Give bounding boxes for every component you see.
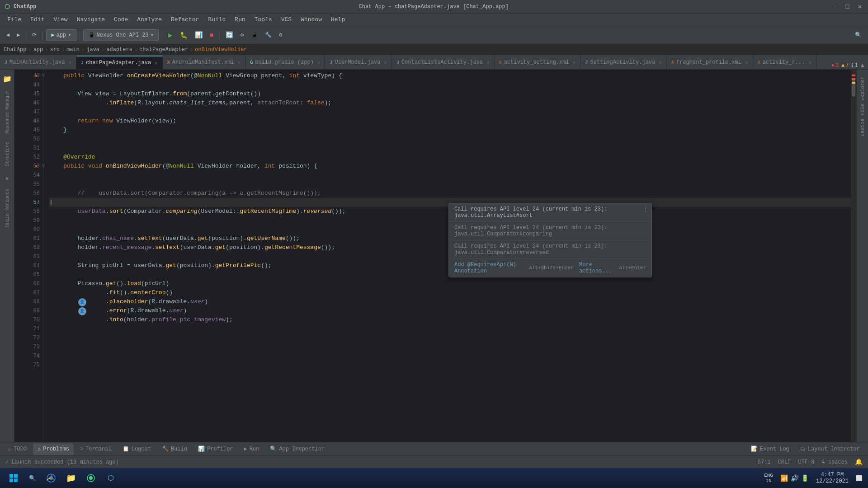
tab-close-activitysetting[interactable]: ✕ <box>573 60 576 66</box>
tab-mainactivity[interactable]: J MainActivity.java ✕ <box>0 56 76 69</box>
encoding[interactable]: UTF-8 <box>798 459 814 465</box>
avd-button[interactable]: 📱 <box>248 29 260 42</box>
sidebar-project-icon[interactable]: 📁 <box>1 73 13 85</box>
toolbar-forward-button[interactable]: ▶ <box>14 29 23 42</box>
tab-close-usermodel[interactable]: ✕ <box>384 60 387 66</box>
breadcrumb-app[interactable]: app <box>33 47 43 53</box>
right-panel-device-file-explorer[interactable]: Device File Explorer <box>859 73 866 140</box>
toolbar-app-selector[interactable]: ▶ app ▾ <box>46 29 76 41</box>
volume-icon[interactable]: 🔊 <box>791 474 798 482</box>
tab-androidmanifest[interactable]: X AndroidManifest.xml ✕ <box>163 56 245 69</box>
tab-close-fragmentprofile[interactable]: ✕ <box>745 60 748 66</box>
minimize-button[interactable]: – <box>831 3 838 10</box>
more-actions-button[interactable]: More actions... <box>579 262 614 274</box>
debug-button[interactable]: 🐛 <box>177 29 190 42</box>
toolbar-recent-files[interactable]: ⟳ <box>29 29 39 42</box>
tab-activityr[interactable]: X activity_r... ✕ <box>753 56 816 69</box>
menu-window[interactable]: Window <box>297 15 326 24</box>
editor-area: 43 44 45 46 47 48 49 50 51 52 53 54 55 5… <box>14 70 856 442</box>
menu-vcs[interactable]: VCS <box>278 15 295 24</box>
line-num-59: 59 <box>25 216 40 225</box>
sidebar-build-variants-icon[interactable]: Build Variants <box>1 186 13 230</box>
breadcrumb-java[interactable]: java <box>86 47 99 53</box>
bottom-tab-profiler[interactable]: 📊 Profiler <box>193 443 238 455</box>
settings-button[interactable]: ⚙ <box>276 29 285 42</box>
bottom-tab-build[interactable]: 🔨 Build <box>157 443 192 455</box>
run-button[interactable]: ▶ <box>165 29 175 42</box>
breadcrumb-onbindviewholder[interactable]: onBindViewHolder <box>195 47 247 53</box>
menu-tools[interactable]: Tools <box>251 15 276 24</box>
tab-buildgradle[interactable]: G build.gradle (app) ✕ <box>245 56 325 69</box>
bottom-tab-app-inspection[interactable]: 🔍 App Inspection <box>265 443 329 455</box>
profile-button[interactable]: 📊 <box>192 29 205 42</box>
sync-button[interactable]: 🔄 <box>223 29 236 42</box>
taskbar-android-studio-icon[interactable] <box>83 470 99 486</box>
indent[interactable]: 4 spaces <box>821 459 848 465</box>
tab-contactlists[interactable]: J ContactListsActivity.java ✕ <box>392 56 495 69</box>
bottom-tab-layout-inspector[interactable]: 🗂 Layout Inspector <box>796 443 864 455</box>
tab-close-settingactivity[interactable]: ✕ <box>659 60 662 66</box>
menu-edit[interactable]: Edit <box>27 15 48 24</box>
breadcrumb-chatapp[interactable]: ChatApp <box>4 47 26 53</box>
menu-analyze[interactable]: Analyze <box>133 15 165 24</box>
notifications-taskbar-icon[interactable]: ⬜ <box>856 475 863 482</box>
vertical-scrollbar[interactable] <box>851 70 856 442</box>
tab-chatpageadapter[interactable]: J chatPageAdapter.java ✕ <box>76 56 163 69</box>
bottom-tab-event-log[interactable]: 📝 Event Log <box>746 443 794 455</box>
bottom-tab-problems[interactable]: ⚠ Problems <box>33 443 74 455</box>
clock: 4:47 PM 12/22/2021 <box>816 472 849 484</box>
taskbar-flutter-icon[interactable]: ⬡ <box>103 470 119 486</box>
wifi-icon[interactable]: 📶 <box>780 474 788 482</box>
tab-activitysetting[interactable]: X activity_setting.xml ✕ <box>495 56 581 69</box>
line-ending[interactable]: CRLF <box>778 459 791 465</box>
menu-build[interactable]: Build <box>204 15 229 24</box>
breadcrumb-chatpageadapter[interactable]: chatPageAdapter <box>139 47 188 53</box>
taskbar-file-explorer-icon[interactable]: 📁 <box>63 470 79 486</box>
tab-usermodel[interactable]: J UserModel.java ✕ <box>325 56 392 69</box>
sidebar-favorites-icon[interactable]: ★ <box>1 172 13 183</box>
tab-settingactivity[interactable]: J SettingActivity.java ✕ <box>580 56 667 69</box>
toolbar-back-button[interactable]: ◀ <box>4 29 12 42</box>
fold-icon-43[interactable]: ▽ <box>42 71 45 80</box>
bottom-tab-todo[interactable]: ☑ TODO <box>4 443 31 455</box>
breadcrumb-src[interactable]: src <box>50 47 60 53</box>
sidebar-resource-manager-icon[interactable]: Resource Manager <box>1 88 13 136</box>
bottom-tab-run[interactable]: ▶ Run <box>240 443 264 455</box>
breadcrumb-main[interactable]: main <box>66 47 80 53</box>
menu-code[interactable]: Code <box>110 15 132 24</box>
bottom-tab-terminal[interactable]: > Terminal <box>75 443 116 455</box>
breadcrumb-adapters[interactable]: adapters <box>106 47 132 53</box>
title-bar-left: ⬡ ChatApp <box>5 3 36 10</box>
menu-refactor[interactable]: Refactor <box>167 15 203 24</box>
tab-fragmentprofile[interactable]: X fragment_profile.xml ✕ <box>667 56 753 69</box>
tab-close-buildgradle[interactable]: ✕ <box>317 60 321 66</box>
tab-close-contactlists[interactable]: ✕ <box>486 60 490 66</box>
gradle-sync[interactable]: ⚙ <box>238 29 246 42</box>
maximize-button[interactable]: □ <box>844 3 851 10</box>
start-button[interactable] <box>5 470 22 486</box>
close-button[interactable]: ✕ <box>856 3 863 10</box>
taskbar-chrome-icon[interactable] <box>43 470 59 486</box>
add-requires-api-link[interactable]: Add @RequiresApi(N) Annotation <box>454 262 524 274</box>
taskbar-search-icon[interactable]: 🔍 <box>25 470 39 486</box>
search-everywhere[interactable]: 🔍 <box>852 29 864 42</box>
stop-button[interactable]: ■ <box>207 29 216 42</box>
menu-help[interactable]: Help <box>327 15 349 24</box>
toolbar-device-selector[interactable]: 📱 Nexus One API 23 ▾ <box>83 29 159 41</box>
tab-close-activityr[interactable]: ✕ <box>808 60 811 66</box>
fold-icon-53[interactable]: ▽ <box>42 162 45 171</box>
bottom-tab-logcat[interactable]: 📋 Logcat <box>118 443 156 455</box>
sidebar-structure-icon[interactable]: Structure <box>1 139 13 169</box>
menu-view[interactable]: View <box>50 15 71 24</box>
tab-close-mainactivity[interactable]: ✕ <box>68 60 71 66</box>
sdk-button[interactable]: 🔧 <box>262 29 274 42</box>
tab-close-androidmanifest[interactable]: ✕ <box>238 60 241 66</box>
menu-navigate[interactable]: Navigate <box>73 15 108 24</box>
expand-errors-button[interactable]: ▲ <box>861 62 864 69</box>
battery-icon[interactable]: 🔋 <box>801 474 809 482</box>
tab-close-chatpageadapter[interactable]: ✕ <box>155 60 158 66</box>
menu-file[interactable]: File <box>4 15 25 24</box>
code-editor[interactable]: ● ▽ public ViewHolder onCreateViewHolder… <box>44 70 851 442</box>
menu-run[interactable]: Run <box>231 15 249 24</box>
popup-close-button[interactable]: ⋮ <box>642 205 649 213</box>
